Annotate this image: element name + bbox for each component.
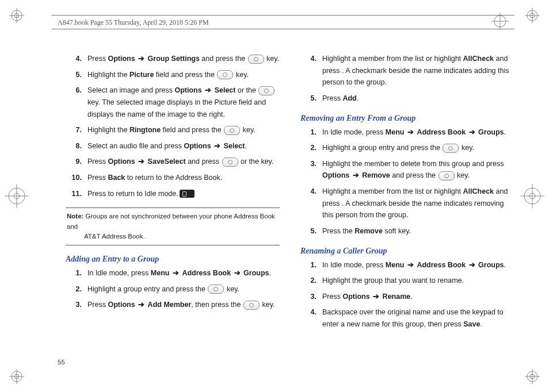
step-text: Highlight a group entry and press the ke…: [87, 283, 280, 295]
step-number: 7.: [66, 124, 87, 136]
step-number: 3.: [300, 158, 322, 182]
step-number: 1.: [300, 126, 322, 139]
step-item: 7.Highlight the Ringtone field and press…: [66, 124, 280, 136]
step-text: Select an image and press Options ➔ Sele…: [87, 84, 280, 120]
note-box: Note: Groups are not synchronized betwee…: [66, 207, 280, 245]
registration-mark-icon: [5, 184, 29, 208]
step-item: 5.Press the Remove soft key.: [300, 225, 514, 237]
step-list: 1.In Idle mode, press Menu ➔ Address Boo…: [300, 126, 514, 237]
note-text: Groups are not synchronized between your…: [67, 213, 275, 229]
step-number: 5.: [300, 93, 322, 105]
step-item: 8.Select an audio file and press Options…: [66, 140, 280, 152]
crop-mark-icon: [525, 8, 540, 23]
step-text: Press Add.: [322, 93, 514, 105]
note-text-cont: AT&T Address Book.: [67, 232, 279, 241]
step-text: Press to return to Idle mode.: [87, 188, 280, 200]
page-number: 55: [58, 359, 65, 366]
step-number: 2.: [300, 275, 322, 287]
step-text: Press Options ➔ Rename.: [322, 291, 514, 303]
step-item: 3.Press Options ➔ Add Member, then press…: [66, 299, 280, 311]
step-item: 3.Press Options ➔ Rename.: [300, 291, 514, 303]
step-item: 9.Press Options ➔ SaveSelect and press o…: [66, 156, 280, 168]
step-text: Highlight a member from the list or high…: [322, 53, 514, 89]
step-number: 6.: [66, 84, 87, 120]
step-text: In Idle mode, press Menu ➔ Address Book …: [322, 126, 514, 139]
section-heading-removing-entry: Removing an Entry From a Group: [300, 114, 514, 123]
step-number: 11.: [66, 188, 87, 200]
header-rule: [52, 29, 514, 29]
step-number: 1.: [300, 259, 322, 271]
end-key-icon: [180, 190, 195, 198]
step-text: Highlight the Picture field and press th…: [87, 69, 280, 81]
center-key-icon: [248, 55, 264, 64]
step-text: Select an audio file and press Options ➔…: [87, 140, 280, 152]
step-text: In Idle mode, press Menu ➔ Address Book …: [322, 259, 514, 271]
center-key-icon: [258, 86, 274, 95]
step-item: 5.Highlight the Picture field and press …: [66, 69, 280, 81]
crop-mark-icon: [525, 369, 540, 384]
step-item: 3.Highlight the member to delete from th…: [300, 158, 514, 182]
center-key-icon: [217, 70, 233, 79]
step-item: 1.In Idle mode, press Menu ➔ Address Boo…: [300, 126, 514, 139]
step-number: 2.: [300, 142, 322, 154]
step-item: 1.In Idle mode, press Menu ➔ Address Boo…: [66, 267, 280, 279]
step-text: Highlight the Ringtone field and press t…: [87, 124, 280, 136]
step-text: Press Back to return to the Address Book…: [87, 172, 280, 184]
header-rule: [52, 15, 514, 16]
step-item: 4.Press Options ➔ Group Settings and pre…: [66, 53, 280, 65]
step-list: 4.Highlight a member from the list or hi…: [300, 53, 514, 105]
step-item: 2.Highlight the group that you want to r…: [300, 275, 514, 287]
step-item: 5.Press Add.: [300, 93, 514, 105]
center-key-icon: [243, 301, 260, 310]
step-item: 10.Press Back to return to the Address B…: [66, 172, 280, 184]
step-number: 3.: [66, 299, 87, 311]
step-item: 4.Highlight a member from the list or hi…: [300, 186, 514, 221]
step-text: Press Options ➔ Group Settings and press…: [87, 53, 280, 65]
left-column: 4.Press Options ➔ Group Settings and pre…: [66, 53, 280, 358]
center-key-icon: [224, 126, 240, 135]
page-body: 4.Press Options ➔ Group Settings and pre…: [66, 53, 514, 358]
registration-mark-icon: [520, 184, 544, 208]
step-text: Highlight the member to delete from this…: [322, 158, 514, 182]
step-text: Press Options ➔ SaveSelect and press or …: [87, 156, 280, 168]
center-key-icon: [443, 144, 459, 153]
step-number: 4.: [300, 306, 322, 330]
step-list: 4.Press Options ➔ Group Settings and pre…: [66, 53, 280, 199]
step-item: 6.Select an image and press Options ➔ Se…: [66, 84, 280, 120]
step-text: Highlight the group that you want to ren…: [322, 275, 514, 287]
crop-mark-icon: [9, 369, 24, 384]
step-list: 1.In Idle mode, press Menu ➔ Address Boo…: [300, 259, 514, 330]
center-key-icon: [222, 157, 238, 167]
step-item: 1.In Idle mode, press Menu ➔ Address Boo…: [300, 259, 514, 271]
section-heading-renaming-group: Renaming a Caller Group: [300, 247, 514, 256]
section-heading-adding-entry: Adding an Entry to a Group: [66, 255, 280, 264]
registration-mark-icon: [491, 13, 509, 30]
step-number: 8.: [66, 140, 87, 152]
step-text: Press the Remove soft key.: [322, 225, 514, 237]
center-key-icon: [208, 285, 224, 294]
step-item: 2.Highlight a group entry and press the …: [300, 142, 514, 154]
step-number: 4.: [300, 186, 322, 221]
step-number: 4.: [300, 53, 322, 89]
step-text: Highlight a group entry and press the ke…: [322, 142, 514, 154]
step-list: 1.In Idle mode, press Menu ➔ Address Boo…: [66, 267, 280, 311]
step-number: 5.: [66, 69, 87, 81]
step-item: 4.Backspace over the original name and u…: [300, 306, 514, 330]
step-number: 2.: [66, 283, 87, 295]
step-item: 4.Highlight a member from the list or hi…: [300, 53, 514, 89]
right-column: 4.Highlight a member from the list or hi…: [300, 53, 514, 358]
note-label: Note:: [67, 213, 83, 220]
step-number: 3.: [300, 291, 322, 303]
step-text: Backspace over the original name and use…: [322, 306, 514, 330]
center-key-icon: [439, 171, 455, 180]
step-number: 9.: [66, 156, 87, 168]
step-text: Highlight a member from the list or high…: [322, 186, 514, 221]
step-number: 4.: [66, 53, 87, 65]
step-text: Press Options ➔ Add Member, then press t…: [87, 299, 280, 311]
step-item: 11.Press to return to Idle mode.: [66, 188, 280, 200]
step-number: 5.: [300, 225, 322, 237]
step-text: In Idle mode, press Menu ➔ Address Book …: [87, 267, 280, 279]
crop-mark-icon: [9, 8, 24, 23]
step-number: 10.: [66, 172, 87, 184]
step-number: 1.: [66, 267, 87, 279]
